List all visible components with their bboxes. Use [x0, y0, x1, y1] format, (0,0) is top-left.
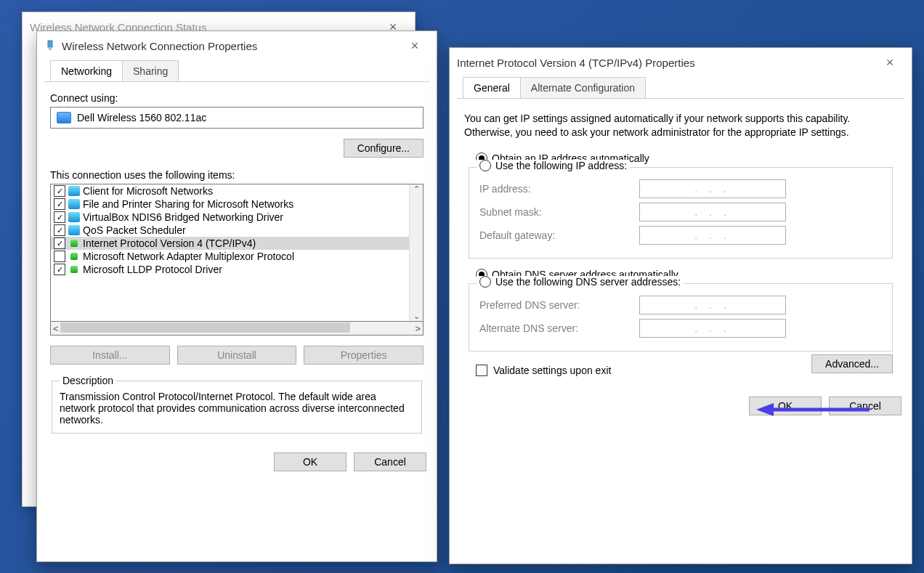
network-adapter-icon [44, 40, 56, 52]
svg-rect-0 [48, 41, 52, 47]
help-text: You can get IP settings assigned automat… [464, 112, 897, 139]
checkbox-icon [476, 365, 487, 376]
gateway-label: Default gateway: [479, 229, 639, 241]
adapter-icon [57, 112, 71, 123]
service-icon [68, 186, 80, 196]
configure-button[interactable]: Configure... [344, 139, 423, 158]
scroll-down-icon[interactable]: ⌄ [413, 312, 420, 321]
service-icon [68, 199, 80, 209]
service-icon [68, 225, 80, 235]
cancel-button[interactable]: Cancel [354, 452, 426, 471]
annotation-arrow [755, 401, 871, 418]
properties-button[interactable]: Properties [304, 346, 423, 365]
list-item[interactable]: ✓Microsoft LLDP Protocol Driver [51, 263, 409, 276]
tab-general[interactable]: General [463, 77, 521, 98]
vertical-scrollbar[interactable]: ⌃ ⌄ [409, 184, 423, 321]
horizontal-scrollbar[interactable]: < > [50, 322, 423, 336]
window-title: Wireless Network Connection Properties [62, 40, 257, 52]
close-icon[interactable]: × [875, 55, 904, 70]
svg-marker-3 [756, 403, 774, 416]
checkbox-icon[interactable] [54, 251, 65, 262]
checkbox-icon[interactable]: ✓ [54, 198, 65, 210]
pdns-label: Preferred DNS server: [479, 299, 639, 311]
list-item[interactable]: ✓File and Printer Sharing for Microsoft … [51, 198, 409, 211]
connection-properties-window: Wireless Network Connection Properties ×… [36, 31, 437, 562]
protocol-icon [68, 251, 80, 261]
radio-icon [479, 160, 491, 171]
list-item-label: QoS Packet Scheduler [83, 224, 186, 236]
checkbox-icon[interactable]: ✓ [54, 224, 65, 236]
scroll-right-icon[interactable]: > [415, 323, 421, 334]
list-item[interactable]: Microsoft Network Adapter Multiplexor Pr… [51, 250, 409, 263]
manual-dns-group: Use the following DNS server addresses: … [469, 283, 893, 351]
protocol-icon [68, 264, 80, 275]
adapter-name: Dell Wireless 1560 802.11ac [77, 112, 206, 123]
protocol-icon [68, 238, 80, 248]
manual-ip-group: Use the following IP address: IP address… [469, 167, 893, 259]
tabstrip: Networking Sharing [44, 60, 429, 82]
svg-rect-1 [49, 47, 52, 50]
ipv4-properties-window: Internet Protocol Version 4 (TCP/IPv4) P… [449, 47, 912, 564]
checkbox-icon[interactable]: ✓ [54, 237, 65, 249]
radio-icon [479, 276, 491, 288]
list-item-label: Client for Microsoft Networks [83, 185, 213, 197]
mask-label: Subnet mask: [479, 206, 639, 218]
list-item[interactable]: ✓VirtualBox NDIS6 Bridged Networking Dri… [51, 211, 409, 224]
description-legend: Description [60, 375, 116, 386]
list-item-label: VirtualBox NDIS6 Bridged Networking Driv… [83, 211, 283, 223]
checkbox-icon[interactable]: ✓ [54, 264, 65, 275]
gateway-input: . . . [639, 226, 786, 245]
list-item-label: Microsoft Network Adapter Multiplexor Pr… [83, 251, 294, 262]
list-item-label: File and Printer Sharing for Microsoft N… [83, 198, 293, 210]
checkbox-icon[interactable]: ✓ [54, 185, 65, 197]
list-item[interactable]: ✓Internet Protocol Version 4 (TCP/IPv4) [51, 237, 409, 250]
radio-dns-manual[interactable]: Use the following DNS server addresses: [477, 276, 684, 288]
list-item[interactable]: ✓QoS Packet Scheduler [51, 224, 409, 237]
list-item-label: Internet Protocol Version 4 (TCP/IPv4) [83, 237, 256, 249]
checkbox-icon[interactable]: ✓ [54, 211, 65, 223]
service-icon [68, 212, 80, 222]
close-icon[interactable]: × [400, 38, 429, 54]
connect-using-label: Connect using: [50, 92, 423, 104]
ok-button[interactable]: OK [274, 452, 346, 471]
adapter-field[interactable]: Dell Wireless 1560 802.11ac [50, 107, 423, 129]
adns-label: Alternate DNS server: [479, 322, 639, 334]
install-button[interactable]: Install... [50, 346, 170, 365]
radio-ip-manual[interactable]: Use the following IP address: [477, 160, 630, 171]
window-title: Internet Protocol Version 4 (TCP/IPv4) P… [457, 57, 695, 69]
description-text: Transmission Control Protocol/Internet P… [60, 391, 414, 426]
tab-sharing[interactable]: Sharing [122, 60, 179, 81]
adns-input: . . . [639, 319, 786, 338]
list-item[interactable]: ✓Client for Microsoft Networks [51, 184, 409, 198]
advanced-button[interactable]: Advanced... [811, 354, 893, 373]
ip-label: IP address: [479, 183, 639, 195]
mask-input: . . . [639, 203, 786, 222]
scroll-up-icon[interactable]: ⌃ [413, 184, 420, 194]
list-item-label: Microsoft LLDP Protocol Driver [83, 264, 222, 275]
description-group: Description Transmission Control Protoco… [52, 375, 422, 434]
items-label: This connection uses the following items… [50, 169, 423, 181]
tabstrip: General Alternate Configuration [457, 77, 904, 99]
pdns-input: . . . [639, 296, 786, 314]
scroll-left-icon[interactable]: < [53, 323, 59, 334]
components-list[interactable]: ✓Client for Microsoft Networks✓File and … [50, 184, 423, 322]
tab-networking[interactable]: Networking [50, 60, 123, 81]
ip-input: . . . [639, 179, 786, 198]
uninstall-button[interactable]: Uninstall [177, 346, 297, 365]
tab-alternate[interactable]: Alternate Configuration [520, 77, 646, 98]
